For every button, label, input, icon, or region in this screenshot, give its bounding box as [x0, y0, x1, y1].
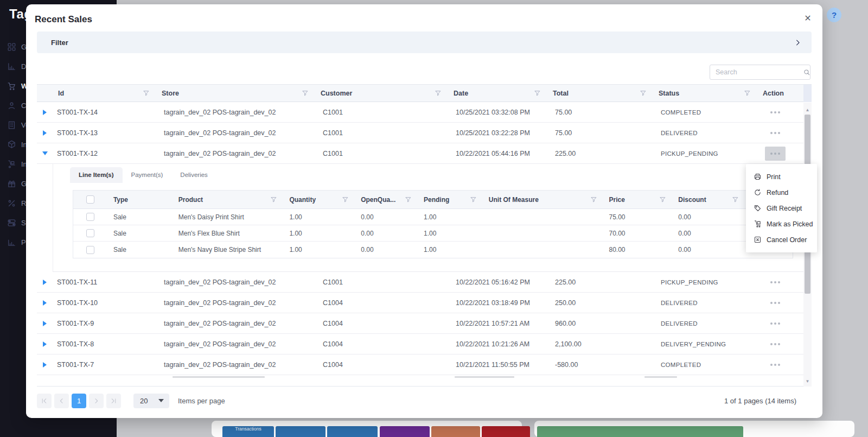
help-button[interactable]: ? — [827, 8, 841, 22]
close-icon[interactable]: ✕ — [802, 13, 814, 23]
column-header-customer[interactable]: Customer — [315, 85, 448, 102]
triangle-down-icon — [42, 151, 48, 155]
funnel-icon — [732, 196, 739, 203]
cell-discount: 0.00 — [672, 230, 744, 237]
menu-item-refund[interactable]: Refund — [746, 185, 817, 200]
column-header-price[interactable]: Price — [603, 191, 672, 208]
tab-deliveries[interactable]: Deliveries — [171, 167, 216, 183]
cell-action — [757, 316, 803, 331]
scroll-down-icon[interactable]: ▼ — [803, 378, 812, 385]
column-header-date[interactable]: Date — [448, 85, 547, 102]
page-1-button[interactable]: 1 — [72, 394, 86, 408]
column-header-store[interactable]: Store — [156, 85, 315, 102]
expand-row-button[interactable] — [37, 110, 53, 115]
row-checkbox[interactable] — [86, 229, 94, 237]
cell-store: tagrain_dev_02 POS-tagrain_dev_02 — [156, 109, 315, 116]
first-page-button[interactable] — [37, 394, 52, 408]
column-header-type[interactable]: Type — [107, 191, 172, 208]
next-page-button[interactable] — [89, 394, 104, 408]
column-header-status[interactable]: Status — [653, 85, 757, 102]
menu-item-gift-receipt[interactable]: Gift Receipt — [746, 200, 817, 216]
person-icon — [7, 101, 16, 110]
bg-button-transactions[interactable]: Transactions — [222, 426, 274, 437]
triangle-right-icon — [43, 341, 47, 347]
menu-item-cancel-order[interactable]: Cancel Order — [746, 232, 817, 248]
cube-icon — [7, 140, 16, 149]
expand-row-button[interactable] — [37, 362, 53, 368]
row-actions-button[interactable] — [765, 358, 786, 372]
select-all-checkbox[interactable] — [86, 195, 94, 204]
search-input[interactable] — [710, 68, 803, 76]
prev-icon — [58, 397, 65, 404]
expand-row-button[interactable] — [37, 321, 53, 326]
scroll-up-icon[interactable]: ▲ — [803, 107, 812, 113]
tab-payment-s[interactable]: Payment(s) — [123, 167, 172, 183]
menu-item-label: Refund — [767, 189, 788, 197]
cell-status: DELIVERED — [653, 320, 757, 327]
cell-id: ST001-TX-13 — [53, 129, 156, 137]
menu-item-print[interactable]: Print — [746, 169, 817, 185]
table-row: ST001-TX-9tagrain_dev_02 POS-tagrain_dev… — [37, 313, 812, 334]
cancel-icon — [754, 236, 762, 244]
last-page-button[interactable] — [106, 394, 121, 408]
triangle-right-icon — [43, 280, 47, 285]
page-size-select[interactable]: 20 — [133, 394, 169, 408]
menu-item-mark-as-picked[interactable]: Mark as Picked — [746, 216, 817, 232]
row-actions-button[interactable] — [765, 316, 786, 331]
filter-accordion[interactable]: Filter — [37, 31, 812, 53]
cell-id: ST001-TX-10 — [53, 299, 156, 307]
bg-button[interactable] — [431, 426, 480, 437]
bg-button[interactable] — [537, 426, 743, 437]
column-header-action[interactable]: Action — [757, 85, 803, 102]
row-actions-button[interactable] — [765, 105, 786, 119]
menu-item-label: Mark as Picked — [767, 220, 813, 228]
row-actions-button[interactable] — [765, 337, 786, 351]
cell-status: COMPLETED — [653, 362, 757, 368]
expand-row-button[interactable] — [37, 130, 53, 136]
cell-store: tagrain_dev_02 POS-tagrain_dev_02 — [156, 129, 315, 137]
row-checkbox[interactable] — [86, 246, 94, 254]
detail-tabs: Line Item(s)Payment(s)Deliveries — [70, 167, 216, 183]
chevron-right-icon — [794, 39, 802, 47]
cell-select — [73, 229, 107, 237]
expanded-row-detail: Line Item(s)Payment(s)DeliveriesTypeProd… — [53, 164, 812, 272]
tab-line-item-s[interactable]: Line Item(s) — [70, 167, 123, 183]
chart-icon — [7, 238, 16, 247]
column-header-discount[interactable]: Discount — [672, 191, 744, 208]
column-header-total[interactable]: Total — [547, 85, 653, 102]
expand-row-button[interactable] — [37, 300, 53, 306]
cell-store: tagrain_dev_02 POS-tagrain_dev_02 — [156, 299, 315, 307]
row-actions-button[interactable] — [765, 126, 786, 140]
cell-product: Men's Navy Blue Stripe Shirt — [172, 246, 283, 254]
row-actions-button[interactable] — [765, 296, 786, 310]
column-header-product[interactable]: Product — [172, 191, 283, 208]
row-actions-button[interactable] — [765, 275, 786, 289]
expand-row-button[interactable] — [37, 280, 53, 285]
expand-row-button[interactable] — [37, 341, 53, 347]
column-header-id[interactable]: Id — [53, 85, 156, 102]
column-header-openqua[interactable]: OpenQua... — [354, 191, 417, 208]
collapse-row-button[interactable] — [37, 151, 53, 155]
cell-id: ST001-TX-14 — [53, 109, 156, 116]
row-actions-button[interactable] — [765, 147, 786, 161]
bg-button[interactable] — [380, 426, 430, 437]
cell-total: 75.00 — [547, 109, 653, 116]
row-checkbox[interactable] — [86, 213, 94, 221]
previous-page-button[interactable] — [54, 394, 69, 408]
bg-button[interactable] — [482, 426, 530, 437]
column-header-pending[interactable]: Pending — [417, 191, 482, 208]
column-header-unit-of-measure[interactable]: Unit Of Measure — [482, 191, 603, 208]
bg-button[interactable] — [276, 426, 326, 437]
search-box — [710, 65, 810, 80]
cell-type: Sale — [107, 246, 172, 254]
cell-action — [757, 296, 803, 310]
printer-icon — [754, 173, 762, 181]
funnel-icon — [270, 196, 277, 203]
column-label: Status — [659, 90, 679, 97]
cell-product: Men's Daisy Print Shirt — [172, 213, 283, 221]
recent-sales-modal: Recent Sales ✕ Filter IdStoreCustomerDat… — [26, 4, 822, 418]
bg-button[interactable] — [327, 426, 378, 437]
triangle-right-icon — [43, 362, 47, 368]
cell-status: DELIVERED — [653, 130, 757, 136]
column-header-quantity[interactable]: Quantity — [283, 191, 354, 208]
